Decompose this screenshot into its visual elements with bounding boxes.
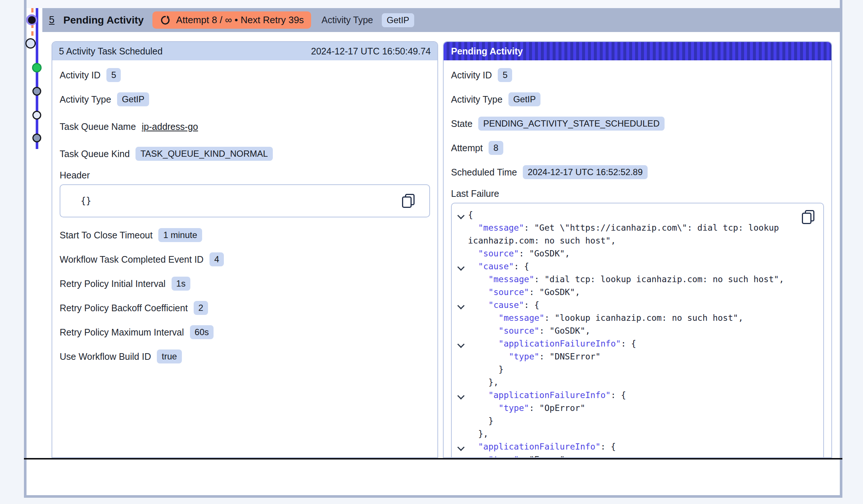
- temporal-event-detail-view: 5 Pending Activity Attempt 8 / ∞ • Next …: [0, 0, 863, 504]
- field-value-badge: 4: [209, 252, 224, 266]
- field-value-badge: 1 minute: [158, 228, 202, 242]
- field-label: Attempt: [451, 143, 483, 153]
- json-line: "message": "lookup icanhazip.com: no suc…: [457, 312, 801, 324]
- panel-title: Pending Activity: [451, 46, 523, 57]
- field-label: Activity ID: [60, 70, 101, 81]
- header-payload-box: {}: [60, 184, 430, 217]
- json-line: "message": "dial tcp: lookup icanhazip.c…: [457, 273, 801, 286]
- field-value-badge: 2024-12-17 UTC 16:52:52.89: [523, 165, 647, 179]
- field-label: Use Workflow Build ID: [60, 351, 151, 362]
- field-label: Task Queue Kind: [60, 149, 130, 159]
- field-value-badge: GetIP: [117, 92, 149, 106]
- event-dot-white: [32, 111, 41, 120]
- field-value-badge: 5: [498, 68, 512, 82]
- field-label: Activity Type: [451, 94, 503, 105]
- timeline-rail: [36, 8, 38, 149]
- collapse-chevron-icon[interactable]: [457, 302, 465, 309]
- field-row: State PENDING_ACTIVITY_STATE_SCHEDULED: [451, 116, 824, 132]
- collapse-chevron-icon[interactable]: [457, 444, 465, 451]
- copy-button[interactable]: [402, 194, 415, 208]
- field-value-badge: true: [157, 349, 182, 363]
- json-line: icanhazip.com: no such host",: [457, 234, 801, 247]
- field-value-badge: GetIP: [508, 92, 540, 106]
- field-value-badge: 8: [489, 141, 503, 155]
- container-border-left: [24, 0, 27, 498]
- container-border-right: [840, 0, 842, 498]
- field-value-badge: TASK_QUEUE_KIND_NORMAL: [135, 147, 272, 161]
- field-label: Activity ID: [451, 70, 492, 81]
- json-line: "cause": {: [457, 260, 801, 273]
- event-row-header[interactable]: 5 Pending Activity Attempt 8 / ∞ • Next …: [42, 8, 840, 32]
- pagination-footer: 100 1 ← →: [27, 459, 840, 495]
- field-row: Retry Policy Maximum Interval 60s: [60, 324, 430, 340]
- json-line: "message": "Get \"https://icanhazip.com\…: [457, 221, 801, 234]
- task-queue-link[interactable]: ip-address-go: [142, 121, 198, 132]
- field-label: Start To Close Timeout: [60, 230, 152, 241]
- field-row: Task Queue Kind TASK_QUEUE_KIND_NORMAL: [60, 146, 430, 162]
- panel-title: 5 Activity Task Scheduled: [59, 46, 163, 57]
- collapse-chevron-icon[interactable]: [457, 392, 465, 400]
- json-line: "source": "GoSDK",: [457, 247, 801, 260]
- json-lines: {"message": "Get \"https://icanhazip.com…: [457, 209, 801, 458]
- field-label: Activity Type: [60, 94, 111, 105]
- field-value-badge: 60s: [190, 325, 214, 339]
- field-label: Retry Policy Backoff Coefficient: [60, 303, 188, 313]
- pending-activity-header: Pending Activity: [444, 42, 831, 60]
- field-label: Workflow Task Completed Event ID: [60, 254, 204, 265]
- field-row: Activity Type GetIP: [451, 91, 824, 107]
- json-line: "applicationFailureInfo": {: [457, 389, 801, 402]
- collapse-chevron-icon[interactable]: [457, 263, 465, 271]
- last-failure-label: Last Failure: [451, 188, 824, 199]
- field-value-badge: 1s: [172, 277, 190, 291]
- event-id-link[interactable]: 5: [49, 14, 54, 26]
- retry-icon: [160, 15, 171, 26]
- field-value-badge: 5: [106, 68, 121, 82]
- field-value-badge: PENDING_ACTIVITY_STATE_SCHEDULED: [478, 117, 664, 131]
- event-dot-gray: [32, 87, 41, 96]
- json-line: }: [457, 415, 801, 427]
- field-row: Retry Policy Initial Interval 1s: [60, 276, 430, 292]
- event-dot-gray: [32, 134, 41, 142]
- json-line: "cause": {: [457, 299, 801, 312]
- header-payload-value: {}: [81, 196, 91, 206]
- field-label: Scheduled Time: [451, 167, 517, 178]
- scheduled-event-dot: [25, 38, 36, 49]
- pending-activity-dot: [26, 14, 37, 25]
- retry-attempt-badge: Attempt 8 / ∞ • Next Retry 39s: [152, 11, 311, 29]
- pending-activity-body: Activity ID 5 Activity Type GetIP State …: [444, 60, 831, 458]
- container-border-bottom: [24, 495, 842, 498]
- field-row: Attempt 8: [451, 140, 824, 156]
- json-line: "type": "OpError": [457, 402, 801, 415]
- field-label: Retry Policy Initial Interval: [60, 278, 166, 289]
- last-failure-json-viewer: {"message": "Get \"https://icanhazip.com…: [451, 203, 824, 458]
- field-row: Workflow Task Completed Event ID 4: [60, 251, 430, 267]
- collapse-chevron-icon[interactable]: [457, 341, 465, 348]
- field-label: Retry Policy Maximum Interval: [60, 327, 184, 338]
- field-label: State: [451, 118, 472, 129]
- field-row: Task Queue Name ip-address-go: [60, 118, 430, 135]
- copy-button[interactable]: [802, 210, 814, 224]
- json-line: "source": "GoSDK",: [457, 324, 801, 337]
- field-row: Use Workflow Build ID true: [60, 348, 430, 365]
- activity-task-scheduled-header: 5 Activity Task Scheduled 2024-12-17 UTC…: [52, 42, 437, 60]
- json-line: },: [457, 376, 801, 389]
- pending-activity-panel: Pending Activity Activity ID 5 Activity …: [443, 41, 832, 458]
- json-line: "type": "Error": [457, 453, 801, 458]
- field-row: Activity ID 5: [60, 67, 430, 83]
- field-row: Scheduled Time 2024-12-17 UTC 16:52:52.8…: [451, 164, 824, 180]
- event-dot-green: [32, 63, 42, 72]
- json-line: "type": "DNSError": [457, 350, 801, 363]
- top-strip: [27, 0, 840, 8]
- header-section-label: Header: [60, 170, 430, 181]
- panel-timestamp: 2024-12-17 UTC 16:50:49.74: [311, 46, 431, 57]
- field-row: Start To Close Timeout 1 minute: [60, 227, 430, 243]
- event-title: Pending Activity: [63, 14, 144, 26]
- activity-task-scheduled-panel: 5 Activity Task Scheduled 2024-12-17 UTC…: [52, 41, 438, 458]
- activity-task-scheduled-body: Activity ID 5 Activity Type GetIP Task Q…: [52, 60, 437, 379]
- field-row: Activity Type GetIP: [60, 91, 430, 107]
- field-label: Task Queue Name: [60, 121, 136, 132]
- collapse-chevron-icon[interactable]: [457, 212, 465, 219]
- field-value-badge: 2: [194, 301, 208, 315]
- json-line: "applicationFailureInfo": {: [457, 337, 801, 350]
- json-line: },: [457, 427, 801, 440]
